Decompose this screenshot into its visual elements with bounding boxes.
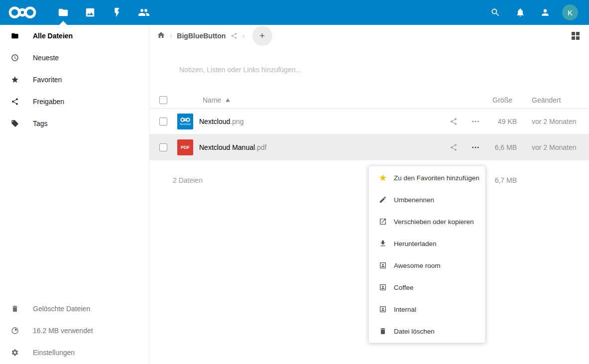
filelist-header: Name Größe Geändert [149, 92, 589, 109]
bell-icon [515, 7, 525, 17]
app-menu [50, 0, 157, 25]
share-icon [11, 98, 30, 106]
sidebar-item-shares[interactable]: Freigaben [0, 91, 149, 113]
app-activity[interactable] [104, 0, 130, 25]
sidebar-item-label: Tags [33, 120, 48, 127]
notes-placeholder[interactable]: Notizen, Listen oder Links hinzufügen... [149, 47, 589, 92]
menu-item-move[interactable]: Verschieben oder kopieren [369, 211, 485, 233]
main-layout: Alle Dateien Neueste Favoriten Freigaben [0, 25, 589, 364]
sidebar-item-favorites[interactable]: Favoriten [0, 69, 149, 91]
clock-icon [11, 54, 30, 62]
select-all-cell [149, 96, 177, 104]
home-icon [157, 31, 165, 39]
sidebar-item-label: Gelöschte Dateien [33, 305, 90, 313]
share-icon [231, 32, 237, 39]
breadcrumb-share-button[interactable] [231, 32, 237, 39]
quota-pie-icon [11, 327, 30, 335]
file-size: 49 KB [486, 118, 526, 125]
contacts-menu-button[interactable] [533, 0, 558, 25]
sidebar-item-label: Favoriten [33, 76, 62, 84]
app-photos[interactable] [77, 0, 104, 25]
home-button[interactable] [157, 31, 165, 41]
column-header-name[interactable]: Name [177, 96, 443, 104]
row-actions-button[interactable] [465, 117, 486, 126]
sidebar-item-recent[interactable]: Neueste [0, 47, 149, 69]
nextcloud-logo-icon [7, 5, 38, 19]
header-actions: K [483, 0, 589, 25]
menu-item-room-coffee[interactable]: Coffee [369, 276, 485, 298]
breadcrumb: › BigBlueButton › + [149, 25, 589, 47]
file-row[interactable]: PDF Nextcloud Manual.pdf 6,6 MB [149, 134, 589, 160]
sidebar: Alle Dateien Neueste Favoriten Freigaben [0, 25, 149, 364]
menu-item-room-internal[interactable]: Internal [369, 298, 485, 320]
sort-asc-icon [226, 98, 230, 102]
new-file-button[interactable]: + [252, 26, 272, 46]
menu-item-favorite[interactable]: Zu den Favoriten hinzufügen [369, 167, 485, 189]
row-checkbox[interactable] [159, 118, 167, 125]
pdf-file-icon: PDF [177, 139, 193, 155]
row-actions-button[interactable] [465, 143, 486, 152]
three-dots-icon [471, 117, 480, 126]
select-all-checkbox[interactable] [159, 96, 167, 104]
move-icon [379, 218, 387, 226]
row-share-button[interactable] [443, 143, 465, 151]
sidebar-item-all-files[interactable]: Alle Dateien [0, 25, 149, 47]
row-share-button[interactable] [443, 118, 465, 125]
column-header-modified[interactable]: Geändert [526, 96, 589, 104]
person-icon [540, 7, 550, 17]
people-icon [138, 6, 150, 18]
sidebar-item-label: Einstellungen [33, 349, 75, 357]
menu-item-rename[interactable]: Umbenennen [369, 189, 485, 211]
sidebar-item-tags[interactable]: Tags [0, 113, 149, 134]
file-modified: vor 2 Monaten [526, 143, 589, 151]
menu-item-room-awesome[interactable]: Awesome room [369, 254, 485, 276]
row-checkbox[interactable] [159, 143, 167, 151]
user-menu-button[interactable]: K [558, 0, 583, 25]
room-icon [379, 283, 387, 291]
share-icon [450, 143, 458, 151]
file-name[interactable]: Nextcloud Manual.pdf [199, 143, 443, 151]
folder-icon [58, 7, 69, 18]
menu-item-delete[interactable]: Datei löschen [369, 320, 485, 342]
file-name[interactable]: Nextcloud.png [199, 118, 443, 125]
sidebar-item-label: 16.2 MB verwendet [33, 327, 93, 335]
chevron-separator: › [170, 31, 172, 40]
total-size: 6,7 MB [486, 176, 526, 184]
sidebar-item-label: Alle Dateien [33, 32, 73, 40]
search-button[interactable] [483, 0, 508, 25]
sidebar-item-settings[interactable]: Einstellungen [0, 342, 149, 364]
share-icon [450, 118, 458, 125]
lightning-icon [112, 7, 122, 18]
sidebar-item-label: Freigaben [33, 98, 64, 106]
star-icon [379, 174, 387, 182]
gear-icon [11, 349, 30, 357]
menu-item-download[interactable]: Herunterladen [369, 233, 485, 254]
breadcrumb-folder[interactable]: BigBlueButton [177, 32, 226, 40]
file-row[interactable]: Nextcloud Nextcloud.png 49 KB [149, 109, 589, 134]
chevron-separator: › [242, 31, 244, 40]
sidebar-item-deleted-files[interactable]: Gelöschte Dateien [0, 298, 149, 320]
grid-view-toggle[interactable] [570, 30, 582, 42]
avatar[interactable]: K [562, 4, 578, 20]
nextcloud-image-thumbnail: Nextcloud [177, 114, 193, 129]
download-icon [379, 240, 387, 247]
nextcloud-logo[interactable] [6, 0, 39, 25]
app-contacts[interactable] [130, 0, 157, 25]
pencil-icon [379, 196, 387, 204]
file-modified: vor 2 Monaten [526, 118, 589, 125]
grid-view-icon [572, 32, 580, 40]
tag-icon [11, 120, 30, 127]
notifications-button[interactable] [508, 0, 533, 25]
room-icon [379, 305, 387, 313]
sidebar-item-quota[interactable]: 16.2 MB verwendet [0, 320, 149, 342]
column-header-size[interactable]: Größe [486, 96, 526, 104]
files-content: › BigBlueButton › + Notizen, Listen oder… [149, 25, 589, 364]
sidebar-footer: Gelöschte Dateien 16.2 MB verwendet Eins… [0, 298, 149, 364]
active-app-indicator [59, 21, 67, 25]
app-files[interactable] [50, 0, 77, 25]
star-icon [11, 76, 30, 84]
trash-icon [379, 327, 387, 335]
photos-icon [85, 7, 96, 18]
folder-icon [11, 32, 30, 40]
header: K [0, 0, 589, 25]
